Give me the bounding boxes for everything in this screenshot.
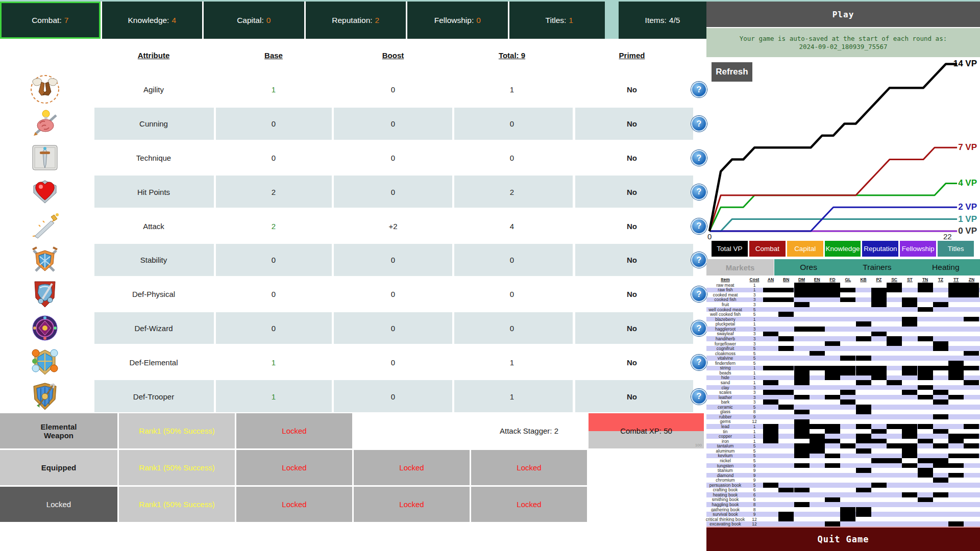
- market-unavailable-cell: [918, 458, 933, 463]
- locked-cell[interactable]: Locked: [354, 450, 470, 485]
- market-row: clay3: [706, 385, 980, 390]
- market-unavailable-cell: [778, 512, 794, 517]
- tab-ores[interactable]: Ores: [774, 259, 843, 276]
- tab-heating[interactable]: Heating: [912, 259, 980, 276]
- market-item-cost: 5: [753, 356, 756, 361]
- tab-label: Fellowship:: [434, 16, 474, 25]
- grid-cell[interactable]: Locked: [0, 487, 117, 522]
- legend-button-combat[interactable]: Combat: [749, 241, 786, 257]
- tab-titles[interactable]: Titles:1: [509, 2, 610, 39]
- locked-cell[interactable]: Locked: [471, 450, 587, 485]
- tab-markets[interactable]: Markets: [706, 259, 774, 276]
- help-icon[interactable]: ?: [691, 252, 707, 268]
- rank-cell[interactable]: Rank1 (50% Success): [119, 413, 235, 448]
- tab-value: 7: [64, 16, 69, 25]
- market-row: well cooked fish5: [706, 312, 980, 317]
- market-unavailable-cell: [825, 424, 840, 429]
- market-unavailable-cell: [794, 302, 810, 307]
- legend-button-capital[interactable]: Capital: [787, 241, 823, 257]
- market-item-name: vitalvine: [718, 356, 733, 361]
- tab-combat[interactable]: Combat:7: [0, 2, 101, 39]
- series-titles: [709, 219, 957, 231]
- market-item-cost: 12: [752, 521, 756, 527]
- market-item-name: kevlium: [718, 453, 733, 458]
- market-unavailable-cell: [933, 399, 948, 405]
- market-unavailable-cell: [948, 454, 964, 459]
- help-icon[interactable]: ?: [691, 184, 707, 200]
- help-icon[interactable]: ?: [691, 355, 707, 370]
- help-icon[interactable]: ?: [691, 116, 707, 132]
- market-item-cost: 1: [753, 287, 756, 292]
- legend-button-total-vp[interactable]: Total VP: [712, 241, 748, 257]
- column-header-primed: Primed: [619, 51, 645, 60]
- market-unavailable-cell: [778, 366, 794, 371]
- market-unavailable-cell: [794, 463, 810, 468]
- market-item-cost: 5: [753, 405, 756, 410]
- market-row: fruit3: [706, 302, 980, 307]
- market-unavailable-cell: [918, 424, 933, 429]
- market-column-header-fd: FD: [829, 277, 835, 282]
- market-item-cost: 6: [753, 487, 756, 492]
- market-unavailable-cell: [856, 410, 871, 415]
- rank-cell[interactable]: Rank1 (50% Success): [119, 487, 235, 522]
- series-total-vp: [709, 64, 957, 231]
- market-row: chromium9: [706, 478, 980, 483]
- market-item-cost: 5: [753, 361, 756, 366]
- locked-cell[interactable]: Locked: [236, 450, 352, 485]
- help-icon[interactable]: ?: [691, 218, 707, 234]
- market-unavailable-cell: [948, 361, 964, 366]
- rank-cell[interactable]: Rank1 (50% Success): [119, 450, 235, 485]
- market-column-header-gl: GL: [845, 277, 851, 282]
- market-row: cooked fish3: [706, 297, 980, 303]
- x-axis-end-label: 22: [943, 232, 952, 241]
- primed-value: No: [627, 221, 637, 230]
- market-unavailable-cell: [778, 288, 794, 293]
- market-unavailable-cell: [918, 439, 933, 444]
- market-unavailable-cell: [918, 395, 933, 400]
- help-icon[interactable]: ?: [691, 150, 707, 166]
- legend-button-fellowship[interactable]: Fellowship: [900, 241, 936, 257]
- market-unavailable-cell: [778, 312, 794, 317]
- tab-items[interactable]: Items:4/5: [619, 2, 706, 39]
- tab-fellowship[interactable]: Fellowship:0: [407, 2, 508, 39]
- market-row: bark3: [706, 399, 980, 405]
- market-unavailable-cell: [948, 375, 964, 381]
- market-column-header-dm: DM: [798, 277, 805, 282]
- help-icon[interactable]: ?: [691, 320, 707, 336]
- base-value: 0: [272, 324, 276, 333]
- market-unavailable-cell: [964, 454, 979, 459]
- help-icon[interactable]: ?: [691, 82, 707, 97]
- market-item-cost: 8: [753, 507, 756, 512]
- tab-capital[interactable]: Capital:0: [204, 2, 304, 39]
- market-column-header-item: Item: [721, 277, 729, 282]
- market-unavailable-cell: [871, 366, 887, 371]
- market-item-cost: 9: [753, 478, 756, 483]
- play-button[interactable]: Play: [706, 2, 980, 27]
- total-value: 0: [510, 154, 514, 162]
- market-item-name: persuasion book: [709, 483, 741, 488]
- legend-button-knowledge[interactable]: Knowledge: [825, 241, 861, 257]
- locked-cell[interactable]: Locked: [236, 487, 352, 522]
- market-row: sand1: [706, 380, 980, 385]
- market-unavailable-cell: [871, 458, 887, 463]
- market-row: haggleroot3: [706, 327, 980, 332]
- help-icon[interactable]: ?: [691, 389, 707, 405]
- help-icon[interactable]: ?: [691, 286, 707, 302]
- market-column-header-tn: TN: [922, 277, 928, 282]
- market-unavailable-cell: [794, 488, 810, 493]
- legend-button-reputation[interactable]: Reputation: [862, 241, 898, 257]
- tab-knowledge[interactable]: Knowledge:4: [102, 2, 203, 39]
- market-item-name: cognifruit: [717, 346, 734, 351]
- legend-button-titles[interactable]: Titles: [938, 241, 974, 257]
- tab-trainers[interactable]: Trainers: [843, 259, 911, 276]
- locked-cell[interactable]: Locked: [354, 487, 470, 522]
- tab-reputation[interactable]: Reputation:2: [306, 2, 406, 39]
- market-item-cost: 3: [753, 390, 756, 395]
- locked-cell[interactable]: Locked: [236, 413, 352, 448]
- market-unavailable-cell: [887, 336, 902, 341]
- vp-chart-svg: [706, 51, 980, 241]
- locked-cell[interactable]: Locked: [471, 487, 587, 522]
- market-unavailable-cell: [933, 341, 948, 346]
- quit-game-button[interactable]: Quit Game: [706, 527, 980, 551]
- market-item-cost: 3: [753, 395, 756, 400]
